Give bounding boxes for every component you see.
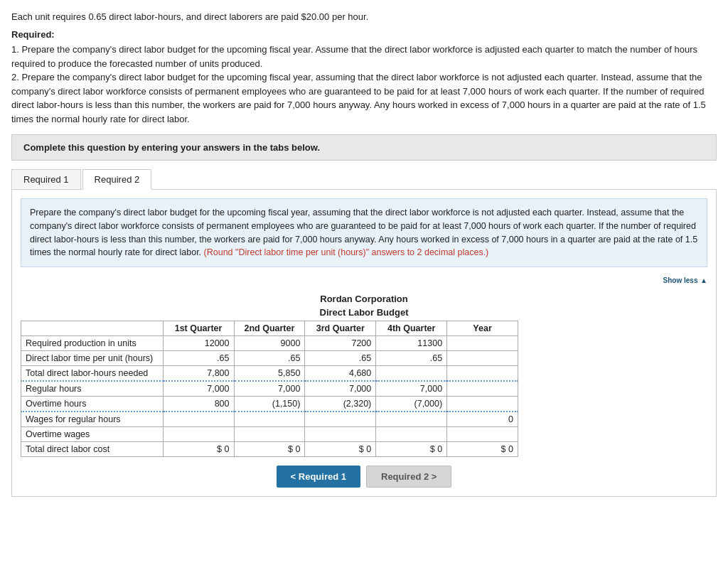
intro-text: Each unit requires 0.65 direct labor-hou… xyxy=(11,11,717,22)
row-cell xyxy=(163,427,234,442)
row-label: Overtime hours xyxy=(21,397,164,412)
row-cell xyxy=(447,351,518,366)
row-cell: $ 0 xyxy=(234,442,305,457)
row-cell: $ 0 xyxy=(305,442,376,457)
tabs-container: Required 1 Required 2 xyxy=(11,169,717,190)
instructions-block: 1. Prepare the company's direct labor bu… xyxy=(11,43,717,126)
row-label: Required production in units xyxy=(21,336,164,351)
row-cell: .65 xyxy=(234,351,305,366)
col-year: Year xyxy=(447,321,518,336)
row-cell xyxy=(163,412,234,427)
budget-table-wrapper: Rordan Corporation Direct Labor Budget 1… xyxy=(21,291,707,457)
instruction-2: 2. Prepare the company's direct labor bu… xyxy=(11,70,717,126)
row-label: Regular hours xyxy=(21,381,164,397)
row-label: Total direct labor-hours needed xyxy=(21,366,164,382)
show-less-button[interactable]: Show less ▲ xyxy=(21,274,707,285)
table-row: Direct labor time per unit (hours).65.65… xyxy=(21,351,518,366)
row-cell xyxy=(305,412,376,427)
table-company: Rordan Corporation xyxy=(21,291,707,306)
row-cell xyxy=(376,412,447,427)
row-cell: .65 xyxy=(376,351,447,366)
row-cell: 11300 xyxy=(376,336,447,351)
row-cell: (1,150) xyxy=(234,397,305,412)
table-row: Overtime hours800(1,150)(2,320)(7,000) xyxy=(21,397,518,412)
tab-required1[interactable]: Required 1 xyxy=(11,169,81,189)
row-label: Wages for regular hours xyxy=(21,412,164,427)
required-header: Required: xyxy=(11,29,717,40)
row-label: Overtime wages xyxy=(21,427,164,442)
table-budget-title: Direct Labor Budget xyxy=(21,306,707,321)
row-cell: 12000 xyxy=(163,336,234,351)
row-cell: .65 xyxy=(163,351,234,366)
row-label: Direct labor time per unit (hours) xyxy=(21,351,164,366)
row-cell: $ 0 xyxy=(447,442,518,457)
row-cell xyxy=(234,427,305,442)
table-row: Wages for regular hours0 xyxy=(21,412,518,427)
col-q3: 3rd Quarter xyxy=(305,321,376,336)
table-row: Required production in units120009000720… xyxy=(21,336,518,351)
table-row: Total direct labor cost$ 0$ 0$ 0$ 0$ 0 xyxy=(21,442,518,457)
row-cell xyxy=(234,412,305,427)
row-cell: (7,000) xyxy=(376,397,447,412)
col-q1: 1st Quarter xyxy=(163,321,234,336)
row-cell: 800 xyxy=(163,397,234,412)
row-cell: 0 xyxy=(447,412,518,427)
row-cell: $ 0 xyxy=(163,442,234,457)
instruction-1: 1. Prepare the company's direct labor bu… xyxy=(11,43,717,70)
row-cell xyxy=(447,336,518,351)
row-cell: 7,000 xyxy=(305,381,376,397)
row-cell: 7,000 xyxy=(234,381,305,397)
row-cell: .65 xyxy=(305,351,376,366)
row-cell xyxy=(305,427,376,442)
row-cell xyxy=(447,397,518,412)
row-cell: 7200 xyxy=(305,336,376,351)
row-cell: (2,320) xyxy=(305,397,376,412)
next-button[interactable]: Required 2 > xyxy=(366,466,451,488)
table-row: Total direct labor-hours needed7,8005,85… xyxy=(21,366,518,382)
col-q2: 2nd Quarter xyxy=(234,321,305,336)
row-cell: 4,680 xyxy=(305,366,376,382)
row-cell xyxy=(376,427,447,442)
prev-button[interactable]: < Required 1 xyxy=(277,466,360,488)
tab-required2[interactable]: Required 2 xyxy=(82,169,152,190)
row-label: Total direct labor cost xyxy=(21,442,164,457)
row-cell: 7,000 xyxy=(376,381,447,397)
col-q4: 4th Quarter xyxy=(376,321,447,336)
complete-box: Complete this question by entering your … xyxy=(11,134,717,161)
row-cell xyxy=(447,381,518,397)
table-row: Overtime wages xyxy=(21,427,518,442)
tab-description: Prepare the company's direct labor budge… xyxy=(21,198,707,267)
row-cell xyxy=(447,366,518,382)
row-cell: 7,000 xyxy=(163,381,234,397)
tab-desc-note: (Round "Direct labor time per unit (hour… xyxy=(204,247,489,257)
table-header-row: 1st Quarter 2nd Quarter 3rd Quarter 4th … xyxy=(21,321,518,336)
row-cell xyxy=(447,427,518,442)
tab-content: Prepare the company's direct labor budge… xyxy=(11,190,717,497)
row-cell: $ 0 xyxy=(376,442,447,457)
row-cell: 9000 xyxy=(234,336,305,351)
table-row: Regular hours7,0007,0007,0007,000 xyxy=(21,381,518,397)
row-cell: 7,800 xyxy=(163,366,234,382)
col-label xyxy=(21,321,164,336)
budget-table: 1st Quarter 2nd Quarter 3rd Quarter 4th … xyxy=(21,321,518,457)
bottom-nav: < Required 1 Required 2 > xyxy=(21,466,707,488)
row-cell xyxy=(376,366,447,382)
row-cell: 5,850 xyxy=(234,366,305,382)
